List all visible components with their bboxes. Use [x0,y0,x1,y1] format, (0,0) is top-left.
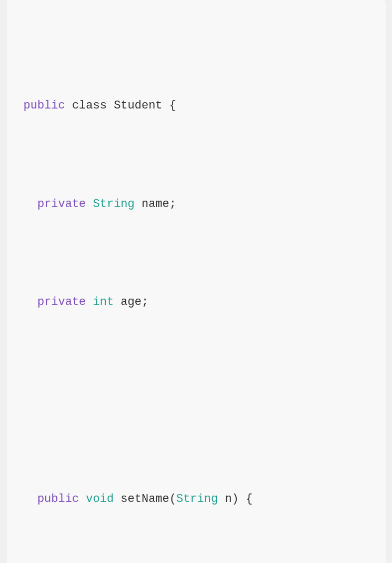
code-line-4 [24,391,365,410]
code-line-3: private int age; [24,292,365,312]
code-line-5: public void setName(String n) { [24,489,365,509]
code-line-2: private String name; [24,194,365,214]
code-line-1: public class Student { [24,96,365,115]
code-container: public class Student { private String na… [7,0,386,563]
code-block: public class Student { private String na… [24,17,365,563]
